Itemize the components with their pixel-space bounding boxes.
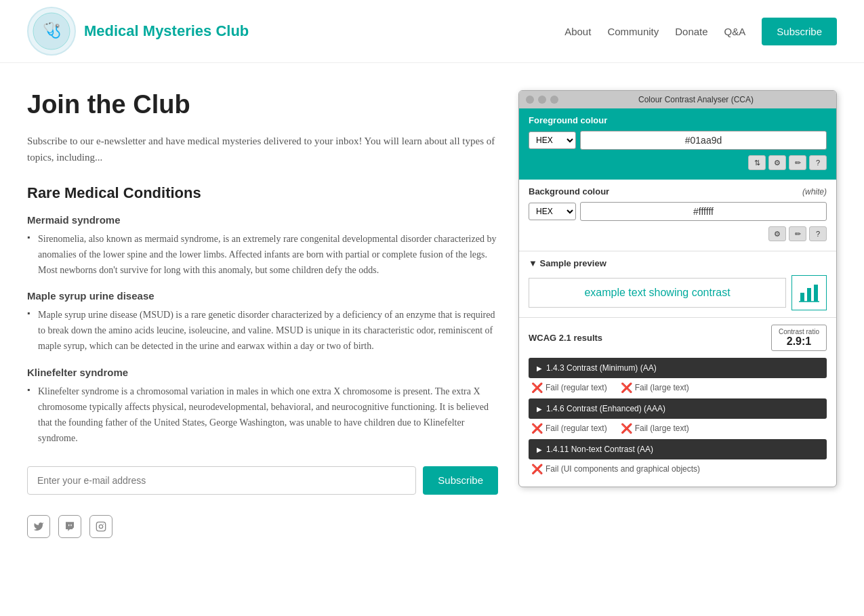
cca-foreground-section: Foreground colour HEX RGB HSL ⇅ ⚙ ✏ ? bbox=[519, 108, 836, 180]
content-area: Join the Club Subscribe to our e-newslet… bbox=[27, 90, 498, 538]
email-input[interactable] bbox=[27, 466, 416, 495]
cca-eyedropper-icon[interactable]: ✏ bbox=[789, 155, 806, 170]
svg-text:🩺: 🩺 bbox=[43, 21, 62, 39]
cca-preview-header: ▼ Sample preview bbox=[529, 258, 827, 268]
fail-label-143-large: Fail (large text) bbox=[635, 383, 689, 392]
list-item: Klinefelter syndrome is a chromosomal va… bbox=[27, 384, 498, 446]
criterion-143-arrow: ▶ bbox=[537, 365, 542, 372]
logo-svg: 🩺 bbox=[33, 12, 70, 50]
cca-preview-content: example text showing contrast bbox=[529, 275, 827, 310]
cca-background-value-input[interactable] bbox=[580, 202, 827, 221]
site-title: Medical Mysteries Club bbox=[84, 22, 249, 40]
nav-qa[interactable]: Q&A bbox=[724, 26, 746, 37]
svg-rect-6 bbox=[807, 288, 811, 302]
cca-contrast-ratio-value: 2.9:1 bbox=[779, 335, 819, 348]
cca-preview-section: ▼ Sample preview example text showing co… bbox=[519, 251, 836, 318]
condition-klinefelter: Klinefelter syndrome Klinefelter syndrom… bbox=[27, 367, 498, 446]
cca-foreground-label: Foreground colour bbox=[529, 115, 827, 125]
cca-dot-min bbox=[538, 96, 546, 104]
cca-contrast-ratio-box: Contrast ratio 2.9:1 bbox=[771, 325, 827, 351]
cca-sample-text: example text showing contrast bbox=[529, 278, 786, 308]
fail-label-14-11-ui: Fail (UI components and graphical object… bbox=[546, 464, 700, 474]
cca-background-input-row: HEX RGB HSL bbox=[529, 202, 827, 221]
subscribe-form-button[interactable]: Subscribe bbox=[423, 466, 498, 495]
cca-fail-146-large: ❌ Fail (large text) bbox=[621, 423, 689, 434]
cca-sliders-icon[interactable]: ⚙ bbox=[768, 155, 786, 170]
cca-background-icons-row: ⚙ ✏ ? bbox=[529, 226, 827, 247]
condition-msud: Maple syrup urine disease Maple syrup ur… bbox=[27, 290, 498, 354]
nav-about[interactable]: About bbox=[564, 26, 591, 37]
cca-chart-icon bbox=[791, 275, 827, 310]
cca-adjust-icon[interactable]: ⇅ bbox=[748, 155, 766, 170]
nav-community[interactable]: Community bbox=[607, 26, 659, 37]
list-item: Maple syrup urine disease (MSUD) is a ra… bbox=[27, 307, 498, 354]
cca-dot-max bbox=[550, 96, 558, 104]
cca-background-note: (white) bbox=[802, 187, 827, 197]
list-item: Sirenomelia, also known as mermaid syndr… bbox=[27, 231, 498, 278]
svg-rect-2 bbox=[96, 522, 105, 531]
cca-bg-sliders-icon[interactable]: ⚙ bbox=[768, 226, 786, 241]
cca-fail-row-146: ❌ Fail (regular text) ❌ Fail (large text… bbox=[529, 423, 827, 434]
fail-label-146-regular: Fail (regular text) bbox=[546, 424, 607, 433]
fail-icon-143-large: ❌ bbox=[621, 382, 632, 393]
cca-fail-143-large: ❌ Fail (large text) bbox=[621, 382, 689, 393]
cca-fail-143-regular: ❌ Fail (regular text) bbox=[531, 382, 607, 393]
condition-title-msud: Maple syrup urine disease bbox=[27, 290, 498, 302]
main-layout: Join the Club Subscribe to our e-newslet… bbox=[0, 63, 864, 552]
cca-dot-close bbox=[526, 96, 534, 104]
site-header: 🩺 Medical Mysteries Club About Community… bbox=[0, 0, 864, 63]
condition-list-klinefelter: Klinefelter syndrome is a chromosomal va… bbox=[27, 384, 498, 446]
svg-point-4 bbox=[103, 524, 104, 525]
email-form: Subscribe bbox=[27, 466, 498, 495]
twitter-icon[interactable] bbox=[27, 515, 50, 538]
criterion-14-11-arrow: ▶ bbox=[537, 446, 542, 453]
svg-rect-7 bbox=[814, 285, 818, 302]
logo-image: 🩺 bbox=[27, 7, 76, 56]
cca-title: Colour Contrast Analyser (CCA) bbox=[562, 95, 829, 104]
cca-background-section: Background colour (white) HEX RGB HSL ⚙ … bbox=[519, 180, 836, 251]
cca-background-label: Background colour bbox=[529, 186, 609, 197]
cca-foreground-format-select[interactable]: HEX RGB HSL bbox=[529, 131, 576, 149]
cca-criterion-14-11[interactable]: ▶ 1.4.11 Non-text Contrast (AA) bbox=[529, 439, 827, 459]
cca-foreground-input-row: HEX RGB HSL bbox=[529, 131, 827, 150]
cca-fail-row-143: ❌ Fail (regular text) ❌ Fail (large text… bbox=[529, 382, 827, 393]
cca-criterion-143[interactable]: ▶ 1.4.3 Contrast (Minimum) (AA) bbox=[529, 358, 827, 378]
cca-bg-help-icon[interactable]: ? bbox=[809, 226, 827, 241]
fail-label-143-regular: Fail (regular text) bbox=[546, 383, 607, 392]
criterion-146-arrow: ▶ bbox=[537, 405, 542, 413]
svg-point-3 bbox=[99, 525, 102, 528]
bar-chart-icon bbox=[799, 283, 819, 303]
cca-fail-146-regular: ❌ Fail (regular text) bbox=[531, 423, 607, 434]
cca-foreground-icons-row: ⇅ ⚙ ✏ ? bbox=[529, 155, 827, 176]
main-nav: About Community Donate Q&A Subscribe bbox=[564, 18, 837, 45]
cca-contrast-ratio-label: Contrast ratio bbox=[779, 328, 819, 335]
twitch-icon[interactable] bbox=[58, 515, 81, 538]
cca-titlebar: Colour Contrast Analyser (CCA) bbox=[519, 91, 836, 108]
fail-icon-146-large: ❌ bbox=[621, 423, 632, 434]
cca-results-section: WCAG 2.1 results Contrast ratio 2.9:1 ▶ … bbox=[519, 318, 836, 487]
page-title: Join the Club bbox=[27, 90, 498, 119]
cca-foreground-value-input[interactable] bbox=[580, 131, 827, 150]
fail-icon-14-11-ui: ❌ bbox=[531, 464, 543, 474]
logo-area: 🩺 Medical Mysteries Club bbox=[27, 7, 249, 56]
cca-fail-row-14-11: ❌ Fail (UI components and graphical obje… bbox=[529, 464, 827, 474]
criterion-143-label: 1.4.3 Contrast (Minimum) (AA) bbox=[546, 363, 657, 373]
cca-results-title: WCAG 2.1 results bbox=[529, 333, 602, 343]
condition-title-mermaid: Mermaid syndrome bbox=[27, 214, 498, 226]
cca-criterion-146[interactable]: ▶ 1.4.6 Contrast (Enhanced) (AAA) bbox=[529, 398, 827, 419]
instagram-icon[interactable] bbox=[89, 515, 112, 538]
cca-help-icon[interactable]: ? bbox=[809, 155, 827, 170]
cca-bg-eyedropper-icon[interactable]: ✏ bbox=[789, 226, 806, 241]
fail-icon-146-regular: ❌ bbox=[531, 423, 543, 434]
section-title: Rare Medical Conditions bbox=[27, 184, 498, 202]
intro-paragraph: Subscribe to our e-newsletter and have m… bbox=[27, 133, 498, 165]
cca-fail-14-11-ui: ❌ Fail (UI components and graphical obje… bbox=[531, 464, 700, 474]
condition-title-klinefelter: Klinefelter syndrome bbox=[27, 367, 498, 378]
criterion-14-11-label: 1.4.11 Non-text Contrast (AA) bbox=[546, 445, 653, 454]
nav-donate[interactable]: Donate bbox=[675, 26, 707, 37]
svg-rect-5 bbox=[800, 293, 804, 302]
header-subscribe-button[interactable]: Subscribe bbox=[762, 18, 837, 45]
cca-background-label-row: Background colour (white) bbox=[529, 186, 827, 197]
cca-background-format-select[interactable]: HEX RGB HSL bbox=[529, 203, 576, 220]
fail-label-146-large: Fail (large text) bbox=[635, 424, 689, 433]
